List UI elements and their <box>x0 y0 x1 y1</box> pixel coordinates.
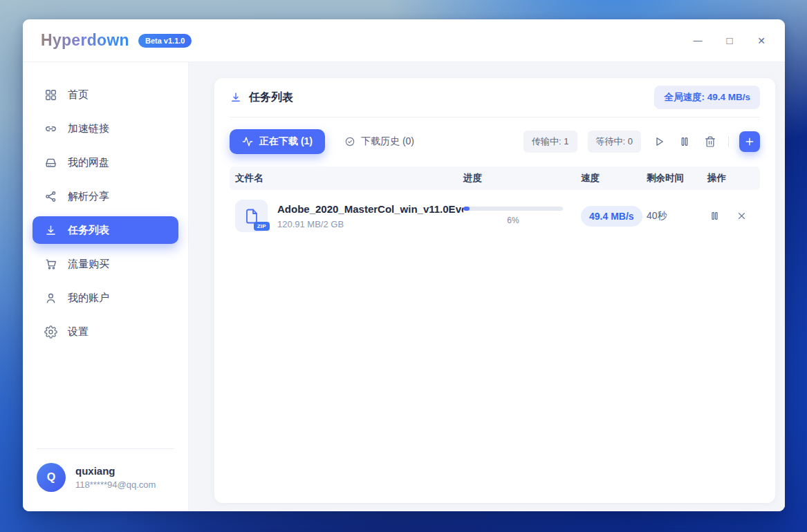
user-profile[interactable]: Q quxiang 118*****94@qq.com <box>33 463 178 497</box>
sidebar-item-parse-share[interactable]: 解析分享 <box>33 182 178 210</box>
avatar: Q <box>37 463 66 492</box>
delete-all-button[interactable] <box>703 134 718 149</box>
user-name: quxiang <box>75 465 156 477</box>
sidebar-item-label: 设置 <box>68 325 89 339</box>
sidebar: 首页 加速链接 我的网盘 解析分享 任务列表 流量购买 <box>23 62 189 511</box>
beta-version-badge: Beta v1.1.0 <box>138 34 192 48</box>
sidebar-item-label: 我的账户 <box>68 292 109 305</box>
page-title: 任务列表 <box>249 91 293 105</box>
column-speed: 速度 <box>581 172 647 184</box>
cart-icon <box>44 258 57 271</box>
table-row: ZIP Adobe_2020_MasterCol_win_v11.0Evol⋯ … <box>230 190 760 239</box>
tab-downloading[interactable]: 正在下载 (1) <box>230 129 325 154</box>
pause-icon <box>678 135 691 148</box>
sidebar-item-accelerated-link[interactable]: 加速链接 <box>33 115 178 142</box>
titlebar: Hyperdown Beta v1.1.0 — □ ✕ <box>23 19 785 62</box>
main-content: 任务列表 全局速度: 49.4 MB/s 正在下载 (1) 下载历史 (0) 传… <box>189 62 785 511</box>
close-icon[interactable]: ✕ <box>756 36 767 46</box>
speed-badge: 49.4 MB/s <box>581 206 642 227</box>
row-actions <box>707 209 760 223</box>
transferring-badge: 传输中: 1 <box>523 131 577 153</box>
sidebar-item-home[interactable]: 首页 <box>33 81 178 108</box>
task-table: 文件名 进度 速度 剩余时间 操作 ZIP <box>230 167 760 239</box>
pause-task-button[interactable] <box>707 209 722 223</box>
progress-percent: 6% <box>463 216 563 225</box>
sidebar-item-settings[interactable]: 设置 <box>33 318 178 345</box>
grid-icon <box>44 88 57 102</box>
sidebar-item-traffic-purchase[interactable]: 流量购买 <box>33 250 178 278</box>
close-icon <box>736 210 748 222</box>
user-email: 118*****94@qq.com <box>75 479 156 490</box>
check-circle-icon <box>344 136 355 147</box>
cancel-task-button[interactable] <box>734 209 749 223</box>
toolbar-divider <box>728 136 729 147</box>
sidebar-item-task-list[interactable]: 任务列表 <box>33 216 178 244</box>
table-header: 文件名 进度 速度 剩余时间 操作 <box>230 167 760 190</box>
sidebar-item-cloud-drive[interactable]: 我的网盘 <box>33 149 178 176</box>
download-icon <box>44 224 57 237</box>
column-remaining: 剩余时间 <box>647 172 707 184</box>
column-progress: 进度 <box>463 172 581 184</box>
sidebar-item-my-account[interactable]: 我的账户 <box>33 284 178 312</box>
task-toolbar: 传输中: 1 等待中: 0 <box>523 131 760 153</box>
sidebar-divider <box>37 448 174 449</box>
file-size: 120.91 MB/2 GB <box>277 219 463 229</box>
resume-all-button[interactable] <box>651 134 667 149</box>
tab-bar: 正在下载 (1) 下载历史 (0) 传输中: 1 等待中: 0 <box>230 129 760 154</box>
add-task-button[interactable] <box>739 131 760 152</box>
minimize-icon[interactable]: — <box>692 36 703 45</box>
drive-icon <box>44 156 57 169</box>
sidebar-item-label: 流量购买 <box>68 258 109 271</box>
app-window: Hyperdown Beta v1.1.0 — □ ✕ 首页 加速链接 我的网盘 <box>23 19 785 511</box>
column-filename: 文件名 <box>230 172 463 184</box>
card-header: 任务列表 全局速度: 49.4 MB/s <box>230 78 760 117</box>
user-icon <box>44 292 57 305</box>
sidebar-item-label: 加速链接 <box>68 122 109 135</box>
sidebar-item-label: 解析分享 <box>68 190 109 203</box>
sidebar-item-label: 首页 <box>68 88 89 102</box>
file-name: Adobe_2020_MasterCol_win_v11.0Evol⋯ <box>277 203 463 216</box>
window-controls: — □ ✕ <box>692 35 767 46</box>
file-type-badge: ZIP <box>254 222 270 231</box>
progress-fill <box>463 207 470 211</box>
plus-icon <box>744 136 755 147</box>
column-actions: 操作 <box>707 172 760 184</box>
sidebar-item-label: 我的网盘 <box>68 156 109 169</box>
sidebar-item-label: 任务列表 <box>68 224 109 237</box>
link-icon <box>44 122 57 135</box>
pause-all-button[interactable] <box>677 134 692 149</box>
progress-cell: 6% <box>463 207 563 225</box>
activity-icon <box>242 136 253 147</box>
app-logo: Hyperdown <box>41 31 129 50</box>
task-list-card: 任务列表 全局速度: 49.4 MB/s 正在下载 (1) 下载历史 (0) 传… <box>214 78 775 503</box>
play-icon <box>653 135 665 148</box>
progress-bar <box>463 207 563 211</box>
file-icon-box: ZIP <box>235 200 268 232</box>
pause-icon <box>709 210 721 222</box>
remaining-time: 40秒 <box>647 210 707 222</box>
gear-icon <box>44 325 57 339</box>
download-icon <box>230 91 242 104</box>
maximize-icon[interactable]: □ <box>724 35 735 46</box>
share-icon <box>44 190 57 203</box>
trash-icon <box>704 135 716 148</box>
tab-history[interactable]: 下载历史 (0) <box>344 135 414 148</box>
global-speed-badge: 全局速度: 49.4 MB/s <box>654 86 760 109</box>
waiting-badge: 等待中: 0 <box>588 131 641 153</box>
